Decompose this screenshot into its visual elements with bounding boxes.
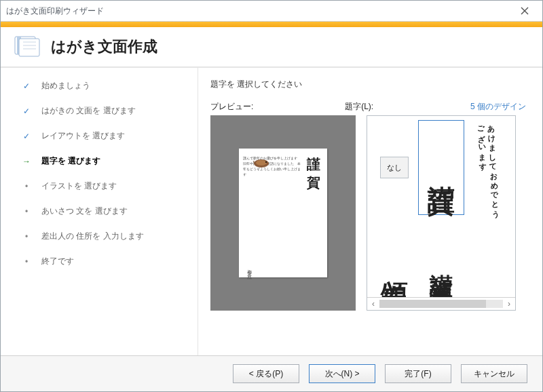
step-layout: ✓レイアウトを 選びます — [21, 130, 191, 142]
arrow-icon: → — [21, 157, 32, 166]
step-daiji: →題字を 選びます — [21, 155, 191, 167]
wizard-icon — [13, 35, 40, 59]
page-title: はがき文面作成 — [51, 37, 157, 57]
labels-row: プレビュー: 題字(L): 5 個のデザイン — [210, 101, 526, 113]
finish-button[interactable]: 完了(F) — [385, 364, 451, 383]
cancel-button[interactable]: キャンセル — [461, 364, 527, 383]
header: はがき文面作成 — [1, 27, 542, 67]
back-button[interactable]: < 戻る(P) — [233, 364, 299, 383]
picker-label: 題字(L): — [345, 101, 373, 113]
dot-icon: • — [21, 232, 32, 241]
close-button[interactable] — [512, 3, 537, 19]
daiji-picker: なし 謹賀 あけましておめでとうございます 頌春 謹賀頌春 — [367, 115, 516, 311]
next-button[interactable]: 次へ(N) > — [309, 364, 375, 383]
option-grid: なし 謹賀 あけましておめでとうございます 頌春 謹賀頌春 — [367, 116, 515, 297]
option-kinga[interactable]: 謹賀 — [418, 120, 464, 215]
step-greeting: •あいさつ 文を 選びます — [21, 205, 191, 217]
option-none[interactable]: なし — [371, 120, 417, 215]
dot-icon: • — [21, 182, 32, 191]
preview-signature: 令和 元旦 — [246, 266, 252, 271]
ribbon — [1, 22, 542, 27]
wizard-window: はがき文面印刷ウィザード はがき文面作成 ✓始めましょう ✓はがきの 文面を 選… — [0, 0, 543, 392]
brush-text: あけましておめでとうございます — [476, 119, 501, 215]
panels: 謹んで新年のお慶びを申し上げます 旧年中は大変お世話になりました 本年もどうぞよ… — [210, 115, 526, 355]
brush-text: 謹賀頌春 — [426, 256, 457, 272]
brush-text: 頌春 — [375, 260, 413, 268]
brush-text: 謹賀 — [422, 163, 460, 172]
preview-card: 謹んで新年のお慶びを申し上げます 旧年中は大変お世話になりました 本年もどうぞよ… — [239, 149, 327, 277]
body: ✓始めましょう ✓はがきの 文面を 選びます ✓レイアウトを 選びます →題字を… — [1, 67, 542, 355]
option-kinga-shoshun[interactable]: 謹賀頌春 — [418, 216, 464, 297]
content-area: 題字を 選択してください プレビュー: 題字(L): 5 個のデザイン 謹んで新… — [198, 68, 542, 355]
boar-illustration-icon — [251, 157, 272, 169]
step-address: •差出人の 住所を 入力します — [21, 231, 191, 242]
preview-title: 謹賀 — [307, 155, 323, 271]
check-icon: ✓ — [21, 81, 32, 91]
step-illust: •イラストを 選びます — [21, 180, 191, 192]
svg-point-9 — [256, 160, 267, 165]
scroll-track[interactable] — [379, 300, 503, 308]
step-bunmen: ✓はがきの 文面を 選びます — [21, 105, 191, 117]
scroll-left-icon[interactable]: ‹ — [367, 299, 379, 309]
option-empty — [466, 216, 511, 297]
footer: < 戻る(P) 次へ(N) > 完了(F) キャンセル — [1, 355, 542, 391]
svg-point-10 — [265, 161, 267, 163]
dot-icon: • — [21, 257, 32, 267]
svg-rect-4 — [19, 39, 39, 56]
picker-scrollbar[interactable]: ‹ › — [367, 297, 515, 310]
option-akemashite[interactable]: あけましておめでとうございます — [466, 120, 511, 215]
none-label: なし — [380, 157, 409, 178]
option-shoshun[interactable]: 頌春 — [371, 216, 417, 297]
steps-sidebar: ✓始めましょう ✓はがきの 文面を 選びます ✓レイアウトを 選びます →題字を… — [1, 68, 198, 355]
check-icon: ✓ — [21, 106, 32, 116]
dot-icon: • — [21, 207, 32, 216]
step-start: ✓始めましょう — [21, 80, 191, 92]
window-title: はがき文面印刷ウィザード — [6, 5, 104, 17]
preview-body-text: 謹んで新年のお慶びを申し上げます 旧年中は大変お世話になりました 本年もどうぞよ… — [243, 155, 303, 271]
step-finish: •終了です — [21, 256, 191, 267]
titlebar: はがき文面印刷ウィザード — [1, 1, 542, 22]
instruction-text: 題字を 選択してください — [210, 79, 526, 90]
design-count: 5 個のデザイン — [470, 101, 526, 113]
close-icon — [521, 7, 529, 15]
preview-label: プレビュー: — [210, 101, 253, 113]
scroll-right-icon[interactable]: › — [503, 299, 515, 309]
preview-panel: 謹んで新年のお慶びを申し上げます 旧年中は大変お世話になりました 本年もどうぞよ… — [210, 115, 356, 311]
check-icon: ✓ — [21, 132, 32, 141]
scroll-thumb[interactable] — [379, 300, 486, 308]
